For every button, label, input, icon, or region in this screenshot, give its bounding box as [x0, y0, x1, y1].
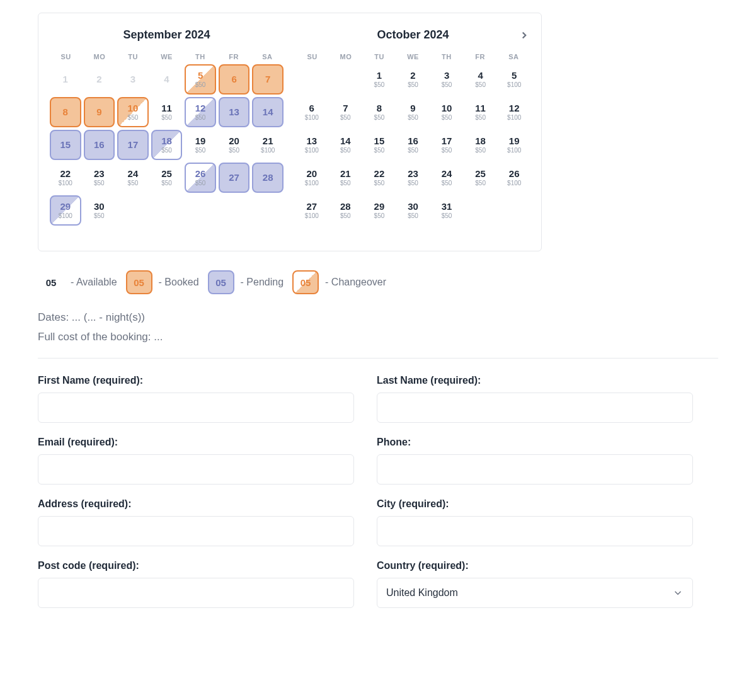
- day-cell[interactable]: 4$50: [465, 64, 496, 95]
- day-number: 26: [509, 169, 520, 180]
- day-cell[interactable]: 18$50: [151, 130, 183, 160]
- chevron-right-icon: [518, 30, 530, 41]
- day-cell: 4: [151, 64, 183, 95]
- day-price: $50: [94, 213, 105, 219]
- city-input[interactable]: [377, 516, 693, 546]
- day-cell[interactable]: 28$50: [330, 195, 362, 226]
- day-cell[interactable]: 23$50: [84, 163, 115, 193]
- day-cell[interactable]: 26$50: [185, 163, 216, 193]
- legend-label: - Booked: [159, 277, 199, 288]
- day-cell[interactable]: 30$50: [398, 195, 429, 226]
- day-cell[interactable]: 30$50: [84, 195, 115, 226]
- day-cell[interactable]: 8$50: [364, 97, 395, 127]
- day-price: $50: [340, 115, 351, 121]
- day-cell[interactable]: 19$50: [185, 130, 216, 160]
- day-cell[interactable]: 29$50: [364, 195, 395, 226]
- day-cell[interactable]: 1$50: [364, 64, 395, 95]
- postcode-input[interactable]: [38, 578, 354, 608]
- day-cell[interactable]: 6: [219, 64, 250, 95]
- day-cell[interactable]: 19$100: [498, 130, 530, 160]
- day-cell[interactable]: 16$50: [398, 130, 429, 160]
- day-empty: [330, 64, 362, 95]
- day-price: $50: [442, 115, 452, 121]
- phone-input[interactable]: [377, 454, 693, 485]
- phone-label: Phone:: [377, 437, 693, 448]
- day-number: 17: [442, 136, 452, 147]
- dow-cell: SU: [50, 53, 82, 60]
- day-cell[interactable]: 22$50: [364, 163, 395, 193]
- day-cell[interactable]: 18$50: [465, 130, 496, 160]
- country-select[interactable]: United Kingdom: [377, 578, 693, 608]
- day-cell[interactable]: 31$50: [431, 195, 462, 226]
- day-cell[interactable]: 12$100: [498, 97, 530, 127]
- day-cell[interactable]: 11$50: [151, 97, 183, 127]
- day-cell[interactable]: 5$100: [498, 64, 530, 95]
- day-cell[interactable]: 20$100: [296, 163, 328, 193]
- day-cell[interactable]: 2$50: [398, 64, 429, 95]
- day-cell[interactable]: 5$50: [185, 64, 216, 95]
- day-cell[interactable]: 25$50: [151, 163, 183, 193]
- day-cell[interactable]: 16: [84, 130, 115, 160]
- day-price: $50: [94, 180, 105, 186]
- day-cell[interactable]: 8: [50, 97, 81, 127]
- day-number: 19: [195, 136, 206, 147]
- day-cell[interactable]: 24$50: [431, 163, 462, 193]
- day-price: $50: [374, 180, 385, 186]
- day-number: 7: [265, 74, 270, 85]
- day-number: 1: [377, 71, 382, 81]
- day-cell[interactable]: 15$50: [364, 130, 395, 160]
- day-cell[interactable]: 17: [117, 130, 149, 160]
- day-cell[interactable]: 7: [252, 64, 284, 95]
- day-cell[interactable]: 29$100: [50, 195, 81, 226]
- day-price: $100: [507, 180, 521, 186]
- day-cell[interactable]: 7$50: [330, 97, 362, 127]
- day-cell[interactable]: 25$50: [465, 163, 496, 193]
- day-cell[interactable]: 17$50: [431, 130, 462, 160]
- day-cell[interactable]: 27$100: [296, 195, 328, 226]
- day-cell[interactable]: 9$50: [398, 97, 429, 127]
- day-cell[interactable]: 23$50: [398, 163, 429, 193]
- day-cell[interactable]: 21$100: [252, 130, 284, 160]
- day-cell[interactable]: 14: [252, 97, 284, 127]
- day-cell[interactable]: 6$100: [296, 97, 328, 127]
- day-number: 13: [229, 107, 239, 118]
- day-cell[interactable]: 10$50: [431, 97, 462, 127]
- day-cell[interactable]: 26$100: [498, 163, 530, 193]
- day-cell[interactable]: 28: [252, 163, 284, 193]
- day-price: $50: [128, 180, 139, 186]
- day-number: 3: [130, 74, 135, 85]
- dow-cell: FR: [217, 53, 249, 60]
- last-name-input[interactable]: [377, 393, 693, 423]
- day-cell[interactable]: 3$50: [431, 64, 462, 95]
- divider: [38, 358, 718, 359]
- month-right: October 2024 SUMOTUWETHFRSA 1$502$503$50…: [296, 28, 530, 226]
- day-number: 5: [198, 71, 203, 81]
- day-number: 21: [263, 136, 273, 147]
- day-cell[interactable]: 15: [50, 130, 81, 160]
- day-cell[interactable]: 22$100: [50, 163, 81, 193]
- address-input[interactable]: [38, 516, 354, 546]
- day-price: $50: [442, 180, 452, 186]
- first-name-input[interactable]: [38, 393, 354, 423]
- day-cell[interactable]: 21$50: [330, 163, 362, 193]
- day-cell[interactable]: 9: [84, 97, 115, 127]
- day-cell[interactable]: 12$50: [185, 97, 216, 127]
- day-price: $50: [340, 180, 351, 186]
- day-price: $50: [374, 115, 385, 121]
- day-number: 15: [60, 140, 71, 151]
- day-cell[interactable]: 13: [219, 97, 250, 127]
- day-cell[interactable]: 20$50: [219, 130, 250, 160]
- day-cell[interactable]: 14$50: [330, 130, 362, 160]
- day-price: $50: [340, 213, 351, 219]
- chevron-down-icon: [672, 587, 684, 599]
- day-cell[interactable]: 11$50: [465, 97, 496, 127]
- day-price: $50: [442, 82, 452, 88]
- day-cell[interactable]: 27: [219, 163, 250, 193]
- day-cell[interactable]: 10$50: [117, 97, 149, 127]
- day-cell[interactable]: 13$100: [296, 130, 328, 160]
- day-cell[interactable]: 24$50: [117, 163, 149, 193]
- email-input[interactable]: [38, 454, 354, 485]
- next-month-button[interactable]: [518, 30, 530, 43]
- dow-cell: SU: [296, 53, 328, 60]
- dow-cell: SA: [498, 53, 530, 60]
